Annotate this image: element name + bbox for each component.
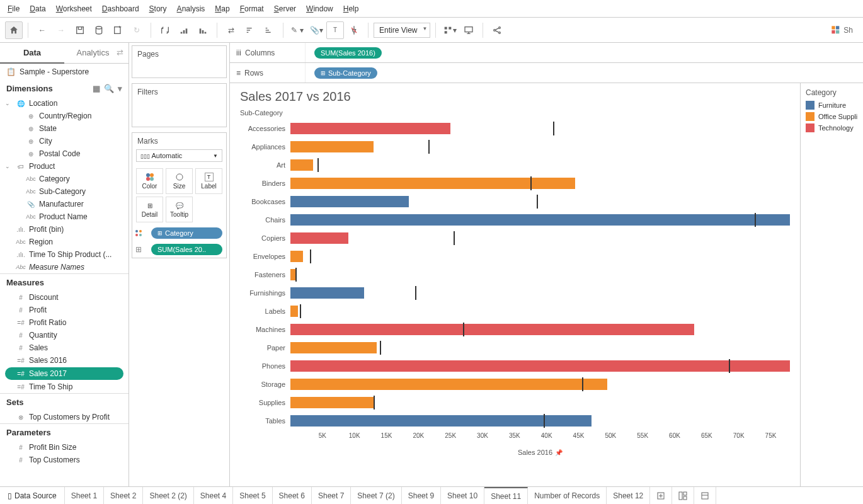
reference-mark[interactable] — [530, 176, 532, 190]
sheet-tab[interactable]: Sheet 2 — [104, 487, 143, 504]
save-button[interactable] — [71, 21, 89, 39]
reference-mark[interactable] — [463, 323, 464, 336]
menu-data[interactable]: Data — [30, 4, 45, 13]
presentation-button[interactable] — [460, 21, 477, 39]
bar[interactable] — [290, 178, 575, 189]
text-button[interactable]: T — [326, 21, 344, 39]
sheet-tab[interactable]: Sheet 6 — [273, 487, 312, 504]
dim-city[interactable]: ⊕City — [0, 135, 129, 147]
set-top-customers[interactable]: ⊗Top Customers by Profit — [0, 411, 129, 423]
menu-worksheet[interactable]: Worksheet — [56, 4, 92, 13]
bar[interactable] — [290, 141, 374, 152]
meas-quantity[interactable]: #Quantity — [0, 329, 129, 341]
dim-product[interactable]: ⌄🏷Product — [0, 160, 129, 173]
marks-type-select[interactable]: ▯▯▯ Automatic▼ — [136, 149, 222, 162]
mark-label[interactable]: TLabel — [195, 168, 222, 194]
reference-mark[interactable] — [295, 268, 297, 282]
bar[interactable] — [290, 214, 790, 226]
swap-button[interactable] — [156, 21, 174, 39]
datasource-item[interactable]: 📋 Sample - Superstore — [0, 64, 129, 80]
reference-mark[interactable] — [729, 359, 730, 373]
forward-button[interactable]: → — [52, 21, 70, 39]
meas-sales-2016[interactable]: =#Sales 2016 — [0, 354, 129, 367]
filters-card[interactable]: Filters — [132, 83, 227, 127]
reference-mark[interactable] — [374, 396, 375, 410]
bar[interactable] — [290, 306, 298, 317]
sort-asc-button[interactable] — [175, 21, 193, 39]
menu-map[interactable]: Map — [215, 4, 229, 13]
mark-size[interactable]: Size — [166, 168, 193, 194]
sheet-tab[interactable]: Sheet 7 — [312, 487, 351, 504]
sheet-tab[interactable]: Sheet 7 (2) — [351, 487, 401, 504]
mark-tooltip[interactable]: 💬Tooltip — [166, 197, 193, 222]
meas-profit-ratio[interactable]: =#Profit Ratio — [0, 316, 129, 329]
sort-desc-button[interactable] — [194, 21, 212, 39]
reference-mark[interactable] — [415, 286, 416, 300]
pill-sum-sales[interactable]: SUM(Sales 20.. — [151, 244, 222, 255]
meas-sales-2017[interactable]: =#Sales 2017 — [5, 367, 123, 380]
view-mode-select[interactable]: Entire View — [374, 23, 430, 38]
menu-window[interactable]: Window — [306, 4, 333, 13]
dim-measure-names[interactable]: AbcMeasure Names — [0, 261, 129, 273]
mark-color[interactable]: Color — [136, 168, 163, 194]
reference-mark[interactable] — [310, 249, 311, 263]
meas-sales[interactable]: #Sales — [0, 341, 129, 354]
sheet-tab[interactable]: Sheet 10 — [441, 487, 484, 504]
sheet-tab[interactable]: Sheet 4 — [194, 487, 233, 504]
reference-mark[interactable] — [300, 304, 301, 318]
group-button[interactable]: ⇄ — [222, 21, 240, 39]
dim-postal[interactable]: ⊕Postal Code — [0, 147, 129, 160]
menu-file[interactable]: File — [8, 4, 20, 13]
reference-mark[interactable] — [428, 140, 430, 154]
legend-item[interactable]: Furniture — [806, 101, 858, 110]
bar[interactable] — [290, 360, 790, 372]
dim-location[interactable]: ⌄🌐Location — [0, 97, 129, 110]
col-pill[interactable]: SUM(Sales 2016) — [314, 47, 382, 59]
dim-state[interactable]: ⊕State — [0, 122, 129, 135]
home-button[interactable] — [5, 21, 23, 39]
dim-region[interactable]: AbcRegion — [0, 236, 129, 248]
reference-mark[interactable] — [537, 195, 538, 209]
view-icon[interactable]: ▦ — [93, 84, 100, 93]
share-icon-button[interactable] — [488, 21, 506, 39]
pin-button[interactable] — [345, 21, 363, 39]
tab-analytics[interactable]: Analytics ⇄ — [64, 43, 129, 64]
refresh-button[interactable]: ↻ — [128, 21, 146, 39]
new-story-button[interactable] — [694, 487, 716, 504]
sheet-tab[interactable]: Sheet 5 — [233, 487, 272, 504]
reference-mark[interactable] — [454, 231, 455, 245]
sort-button-2[interactable] — [260, 21, 278, 39]
menu-dashboard[interactable]: Dashboard — [102, 4, 139, 13]
menu-icon[interactable]: ▾ — [118, 84, 122, 93]
sheet-tab[interactable]: Sheet 12 — [607, 487, 650, 504]
new-datasource-button[interactable] — [90, 21, 108, 39]
bar[interactable] — [290, 123, 450, 134]
menu-story[interactable]: Story — [149, 4, 167, 13]
pill-category[interactable]: ⊞Category — [151, 227, 222, 239]
dim-subcategory[interactable]: AbcSub-Category — [0, 185, 129, 198]
dim-profit-bin[interactable]: .ılı.Profit (bin) — [0, 223, 129, 236]
bar[interactable] — [290, 342, 377, 353]
rows-shelf[interactable]: ≡Rows ⊞Sub-Category — [230, 63, 863, 83]
bar[interactable] — [290, 397, 374, 408]
tab-data[interactable]: Data — [0, 43, 64, 64]
bar[interactable] — [290, 159, 313, 171]
dim-category[interactable]: AbcCategory — [0, 173, 129, 185]
bar[interactable] — [290, 287, 364, 299]
pin-icon[interactable]: 📌 — [555, 449, 563, 456]
reference-mark[interactable] — [317, 158, 319, 172]
bar[interactable] — [290, 251, 303, 262]
reference-mark[interactable] — [755, 213, 756, 227]
sheet-tab[interactable]: Sheet 11 — [484, 487, 528, 504]
highlight-button[interactable]: ✎ ▾ — [289, 21, 306, 39]
sheet-tab[interactable]: Sheet 9 — [402, 487, 441, 504]
sheet-tab[interactable]: Sheet 2 (2) — [143, 487, 193, 504]
new-sheet-button[interactable] — [650, 487, 672, 504]
search-icon[interactable]: 🔍 — [104, 84, 114, 93]
reference-mark[interactable] — [380, 341, 381, 355]
legend-item[interactable]: Technology — [806, 123, 858, 132]
mark-detail[interactable]: ⊞Detail — [136, 197, 163, 222]
meas-discount[interactable]: #Discount — [0, 291, 129, 304]
legend-item[interactable]: Office Suppli — [806, 112, 858, 121]
row-pill[interactable]: ⊞Sub-Category — [314, 67, 377, 79]
